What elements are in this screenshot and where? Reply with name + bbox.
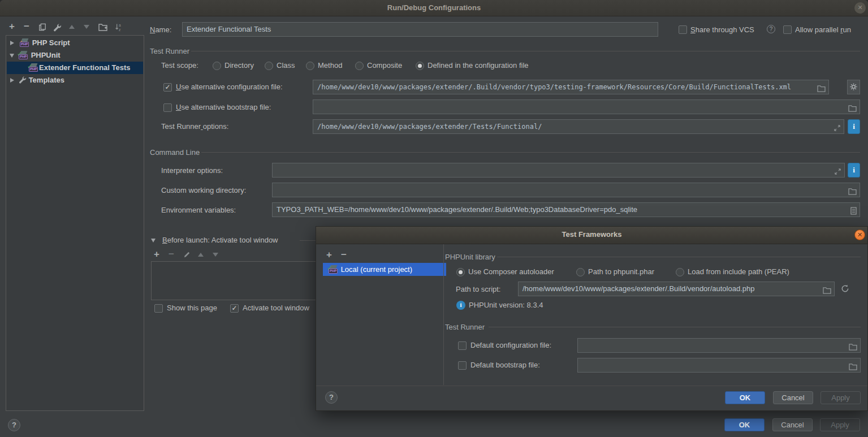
add-icon[interactable]: + <box>326 250 332 260</box>
phpunit-phar-label: Path to phpunit.phar <box>588 267 654 276</box>
collapse-icon[interactable] <box>151 239 156 243</box>
folder-icon[interactable] <box>848 186 857 197</box>
test-frameworks-dialog: Test Frameworks ✕ + − ✓PHP Local (curren… <box>316 226 868 411</box>
wrench-icon[interactable] <box>53 23 62 33</box>
move-down-icon[interactable] <box>213 253 218 257</box>
expand-icon[interactable] <box>834 166 841 178</box>
tree-item-php-script[interactable]: ▲PHP PHP Script <box>7 37 143 49</box>
chevron-down-icon[interactable] <box>10 54 14 58</box>
default-bootstrap-file-input[interactable] <box>577 358 861 373</box>
scope-method-radio[interactable] <box>306 62 314 70</box>
close-icon[interactable]: ✕ <box>854 2 866 14</box>
use-alt-bootstrap-checkbox[interactable]: ✓ <box>163 103 172 112</box>
scope-directory-label: Directory <box>224 61 254 70</box>
refresh-icon[interactable] <box>841 284 849 295</box>
environment-variables-input[interactable]: TYPO3_PATH_WEB=/home/www/dev10/www/packa… <box>272 202 860 217</box>
add-icon[interactable]: + <box>154 249 159 259</box>
dialog-apply-button[interactable]: Apply <box>821 391 861 404</box>
help-icon[interactable]: ? <box>8 419 20 431</box>
path-to-script-input[interactable]: /home/www/dev10/www/packages/extender/.B… <box>518 282 835 296</box>
section-divider <box>191 51 860 51</box>
default-config-file-checkbox[interactable]: ✓ <box>458 341 467 350</box>
use-alt-config-checkbox[interactable]: ✓ <box>163 83 172 92</box>
allow-parallel-run-checkbox[interactable]: ✓ <box>783 25 792 34</box>
ok-button[interactable]: OK <box>724 418 765 431</box>
chevron-right-icon[interactable] <box>10 78 14 83</box>
info-icon[interactable]: i <box>848 119 860 134</box>
copy-icon[interactable] <box>38 23 46 33</box>
phpunit-library-section-title: PHPUnit library <box>445 253 495 261</box>
show-this-page-label: Show this page <box>167 304 217 312</box>
working-directory-label: Custom working directory: <box>161 186 246 194</box>
folder-icon[interactable] <box>817 83 826 94</box>
use-alt-bootstrap-label: Use alternative bootstrap file: <box>176 103 271 111</box>
close-icon[interactable]: ✕ <box>854 230 865 240</box>
add-icon[interactable]: + <box>9 21 15 32</box>
folder-icon[interactable] <box>823 285 831 296</box>
share-through-vcs-label: Share through VCS <box>690 25 754 34</box>
move-up-icon[interactable] <box>69 25 75 29</box>
folder-icon[interactable] <box>849 361 857 373</box>
default-config-file-label: Default configuration file: <box>470 341 551 349</box>
show-this-page-checkbox[interactable]: ✓ <box>154 304 163 313</box>
alt-bootstrap-file-input[interactable] <box>313 99 860 114</box>
phpunit-phar-radio[interactable] <box>576 268 585 276</box>
dialog-ok-button[interactable]: OK <box>725 391 765 404</box>
use-alt-config-label: Use alternative configuration file: <box>176 83 283 91</box>
list-icon[interactable] <box>850 206 857 217</box>
tree-item-templates[interactable]: Templates <box>7 74 143 86</box>
scope-directory-radio[interactable] <box>213 62 221 70</box>
name-input[interactable]: Extender Functional Tests <box>182 22 658 37</box>
folder-icon[interactable] <box>848 103 857 114</box>
tree-item-label: PHPUnit <box>31 51 61 59</box>
help-icon[interactable]: ? <box>767 25 775 33</box>
expand-icon[interactable] <box>834 123 841 134</box>
remove-icon[interactable]: − <box>24 21 29 32</box>
activate-tool-window-label: Activate tool window <box>243 304 309 312</box>
include-path-pear-radio[interactable] <box>676 268 684 276</box>
chevron-right-icon[interactable] <box>10 41 14 45</box>
tree-item-label: Templates <box>29 76 64 84</box>
share-through-vcs-checkbox[interactable]: ✓ <box>679 25 687 34</box>
svg-text:z: z <box>119 28 120 32</box>
help-icon[interactable]: ? <box>325 391 338 404</box>
dialog-cancel-button[interactable]: Cancel <box>773 391 813 404</box>
test-runner-options-input[interactable]: /home/www/dev10/www/packages/extender/Te… <box>313 119 844 134</box>
include-path-pear-label: Load from include path (PEAR) <box>688 267 789 276</box>
scope-class-radio[interactable] <box>265 62 273 70</box>
info-icon[interactable]: i <box>848 163 860 178</box>
scope-class-label: Class <box>277 61 295 70</box>
environment-variables-label: Environment variables: <box>161 206 236 214</box>
alt-config-file-input[interactable]: /home/www/dev10/www/packages/extender/.B… <box>313 80 829 94</box>
tree-item-extender-functional-tests[interactable]: ✓PHPExtender Functional Tests <box>7 62 143 74</box>
window-title: Run/Debug Configurations <box>0 3 868 12</box>
folder-icon[interactable] <box>849 341 857 353</box>
list-item-label: Local (current project) <box>341 265 412 274</box>
scope-composite-radio[interactable] <box>355 62 364 70</box>
run-debug-configurations-window: Run/Debug Configurations ✕ + − az ▲PHP P… <box>0 0 868 437</box>
section-divider <box>201 152 860 153</box>
activate-tool-window-checkbox[interactable]: ✓ <box>230 304 239 313</box>
allow-parallel-run-label: Allow parallel run <box>795 25 851 34</box>
command-line-section-title: Command Line <box>150 148 200 157</box>
composer-autoloader-radio[interactable] <box>456 268 465 276</box>
composer-autoloader-label: Use Composer autoloader <box>468 267 554 276</box>
apply-button[interactable]: Apply <box>820 418 860 431</box>
interpreter-options-input[interactable] <box>272 163 845 178</box>
default-bootstrap-file-checkbox[interactable]: ✓ <box>458 361 467 370</box>
scope-defined-in-config-radio[interactable] <box>416 62 424 70</box>
sort-az-icon[interactable]: az <box>114 23 123 33</box>
remove-icon[interactable]: − <box>169 249 174 259</box>
working-directory-input[interactable] <box>272 183 860 197</box>
list-item-local-current-project[interactable]: ✓PHP Local (current project) <box>323 263 446 276</box>
cancel-button[interactable]: Cancel <box>772 418 813 431</box>
remove-icon[interactable]: − <box>341 250 347 260</box>
gear-icon[interactable] <box>847 80 860 94</box>
edit-pencil-icon[interactable] <box>183 251 191 260</box>
default-config-file-input[interactable] <box>577 338 861 353</box>
new-folder-icon[interactable] <box>98 23 107 33</box>
dialog-footer-divider <box>316 386 867 386</box>
move-up-icon[interactable] <box>198 253 204 257</box>
scope-composite-label: Composite <box>367 61 402 70</box>
move-down-icon[interactable] <box>84 25 89 29</box>
